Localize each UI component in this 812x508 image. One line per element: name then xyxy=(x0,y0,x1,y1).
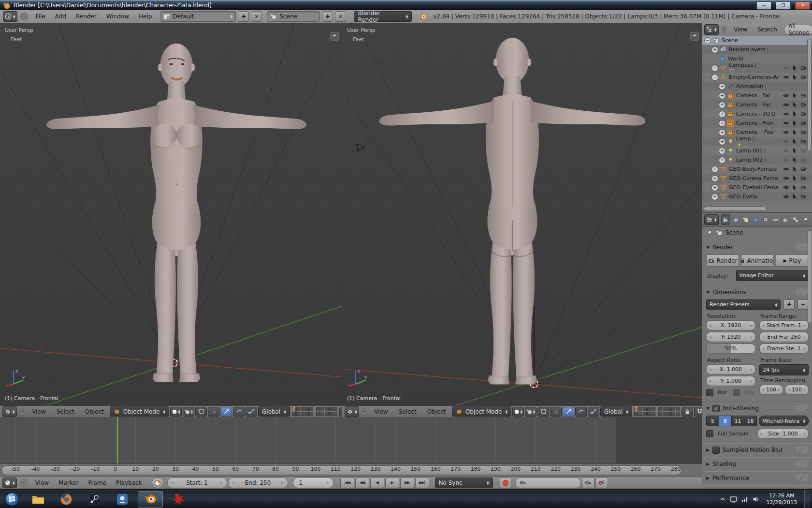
aspect-y-field[interactable]: ◂Y: 1.000▸ xyxy=(706,376,755,386)
layer-cell[interactable] xyxy=(325,407,329,411)
manipulator-axes-toggle[interactable] xyxy=(208,407,219,417)
play-button[interactable]: ▶ xyxy=(385,478,399,488)
restrict-render-icon[interactable] xyxy=(799,175,808,181)
collapse-icon[interactable]: − xyxy=(711,74,718,81)
resolution-percentage-slider[interactable]: 50% xyxy=(706,344,755,354)
aa-sample-8[interactable]: 8 xyxy=(719,416,732,426)
taskbar-icon-appblue[interactable] xyxy=(110,491,135,508)
outliner-row-camera-3q-d[interactable]: +Camera - 3Q D xyxy=(702,109,812,119)
menu-help[interactable]: Help xyxy=(134,13,157,20)
outliner-row-empty-cameras-ar[interactable]: −Empty-Cameras-Ar xyxy=(702,73,812,82)
collapse-menus-icon[interactable]: − xyxy=(722,26,726,33)
layer-grid[interactable] xyxy=(292,407,313,416)
expand-icon[interactable]: + xyxy=(711,184,718,191)
layer-cell[interactable] xyxy=(634,412,638,416)
properties-tab-object[interactable] xyxy=(761,214,771,225)
outliner-row-lamp-001[interactable]: +Lamp.001| xyxy=(702,146,812,155)
layer-cell[interactable] xyxy=(305,407,309,411)
layer-cell[interactable] xyxy=(320,412,324,416)
layer-cell[interactable] xyxy=(652,412,655,416)
outliner-scope-select[interactable]: All Scenes xyxy=(784,25,812,35)
start-frame-field[interactable]: ◂Start: 1▸ xyxy=(167,478,227,488)
restrict-view-icon[interactable] xyxy=(782,194,790,200)
properties-tab-renderlayers[interactable] xyxy=(731,214,740,225)
frame-step-field[interactable]: ◂Frame Ste: 1▸ xyxy=(759,344,809,354)
expand-icon[interactable]: + xyxy=(719,92,725,99)
translate-manipulator-button[interactable] xyxy=(563,407,574,417)
restrict-view-icon[interactable] xyxy=(782,65,790,71)
restrict-view-icon[interactable] xyxy=(782,102,790,108)
taskbar-icon-blender[interactable] xyxy=(138,491,163,508)
viewport-front-canvas[interactable]: User Persp Feet (1) Camera - Frontal + z… xyxy=(0,23,342,405)
layer-grid[interactable] xyxy=(658,407,680,416)
menu-view[interactable]: View xyxy=(30,479,54,486)
add-preset-button[interactable]: ✚ xyxy=(783,299,795,310)
layer-cell[interactable] xyxy=(658,412,662,416)
panel-header-post-processing[interactable]: ▶Post Processing xyxy=(706,486,809,489)
model-back-view[interactable] xyxy=(362,32,662,404)
outliner-row-lamp-002[interactable]: +Lamp.002| xyxy=(702,155,812,164)
panel-header-performance[interactable]: ▶Performance xyxy=(706,472,809,484)
start-frame-field[interactable]: ◂Start Fram: 1▸ xyxy=(759,320,809,330)
collapse-menus-icon[interactable]: − xyxy=(20,13,28,20)
restrict-render-icon[interactable] xyxy=(799,120,808,126)
expand-icon[interactable]: + xyxy=(719,120,725,127)
taskbar-icon-appred[interactable] xyxy=(166,491,191,508)
delete-scene-button[interactable]: ✕ xyxy=(335,11,346,22)
timeline-track[interactable] xyxy=(0,417,702,463)
restrict-render-icon[interactable] xyxy=(799,166,808,172)
restrict-select-icon[interactable] xyxy=(790,102,799,108)
layer-cell[interactable] xyxy=(643,412,647,416)
maximize-button[interactable]: ❐ xyxy=(776,1,791,10)
viewport-shading-select[interactable]: ▲▼ xyxy=(170,407,182,417)
layer-cell[interactable] xyxy=(671,412,675,416)
add-layout-button[interactable]: ✚ xyxy=(238,11,249,22)
outliner-row-lamp[interactable]: +Lamp| xyxy=(702,137,812,146)
render-button[interactable]: Render xyxy=(706,254,739,267)
properties-tab-data[interactable] xyxy=(781,214,791,225)
tray-expand-icon[interactable] xyxy=(720,497,725,502)
layer-cell[interactable] xyxy=(316,407,320,411)
end-frame-field[interactable]: ◂End: 250▸ xyxy=(228,478,288,488)
tray-display-icon[interactable] xyxy=(730,496,737,503)
restrict-select-icon[interactable] xyxy=(790,194,799,200)
aa-filter-select[interactable]: Mitchell-Netra▲▼ xyxy=(759,416,809,426)
pivot-point-select[interactable]: ▲▼ xyxy=(183,407,194,417)
layer-grid[interactable] xyxy=(316,407,337,416)
layer-cell[interactable] xyxy=(320,407,324,411)
editor-type-button[interactable]: ▲▼ xyxy=(345,406,359,417)
snap-toggle[interactable] xyxy=(694,407,702,417)
jump-to-start-button[interactable]: |◀◀ xyxy=(340,478,354,488)
scale-manipulator-button[interactable] xyxy=(588,407,599,417)
restrict-view-icon[interactable] xyxy=(782,138,790,145)
layer-cell[interactable] xyxy=(296,407,300,411)
restrict-select-icon[interactable] xyxy=(790,138,799,145)
restrict-render-icon[interactable] xyxy=(799,129,808,135)
expand-icon[interactable]: + xyxy=(719,111,725,118)
layer-cell[interactable] xyxy=(671,407,675,411)
layer-cell[interactable] xyxy=(658,407,662,411)
layer-cell[interactable] xyxy=(638,412,642,416)
crop-checkbox[interactable] xyxy=(733,389,740,396)
screen-layout-select[interactable]: Default▲▼ xyxy=(160,11,236,22)
lock-to-scene-toggle[interactable] xyxy=(682,407,693,417)
restrict-view-icon[interactable] xyxy=(782,175,790,181)
layer-cell[interactable] xyxy=(325,412,329,416)
restrict-select-icon[interactable] xyxy=(790,129,799,135)
viewport-back[interactable]: User Persp Feet (1) Camera - Frontal + z… xyxy=(342,23,702,417)
add-scene-button[interactable]: ✚ xyxy=(322,11,333,22)
layer-cell[interactable] xyxy=(676,407,680,411)
outliner-row-camera-fac[interactable]: +Camera - Fac xyxy=(702,91,812,100)
remove-preset-button[interactable]: − xyxy=(798,299,809,310)
remap-old-field[interactable]: ◂100▸ xyxy=(759,385,783,395)
layer-cell[interactable] xyxy=(301,412,304,416)
collapse-icon[interactable]: − xyxy=(704,37,711,44)
restrict-render-icon[interactable] xyxy=(799,102,808,108)
menu-select[interactable]: Select xyxy=(52,408,79,415)
mode-select[interactable]: Object Mode▲▼ xyxy=(452,406,511,417)
translate-manipulator-button[interactable] xyxy=(220,407,232,417)
layer-grid[interactable] xyxy=(634,407,655,416)
layer-cell[interactable] xyxy=(647,407,651,411)
aa-size-field[interactable]: ◂Size: 1.000▸ xyxy=(757,429,809,439)
remap-new-field[interactable]: ◂100▸ xyxy=(785,385,809,395)
